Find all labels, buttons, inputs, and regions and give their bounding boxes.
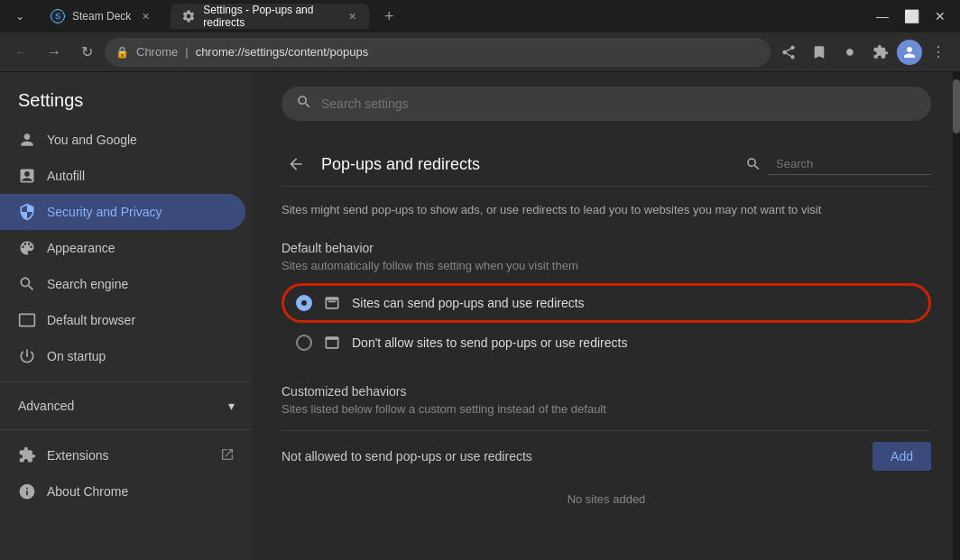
tab-steam-close[interactable]: ✕ xyxy=(138,9,152,23)
page-search-input[interactable] xyxy=(769,153,931,175)
close-button[interactable]: ✕ xyxy=(928,4,953,29)
browser-window: ⌄ S Steam Deck ✕ Settings - Pop-ups and … xyxy=(0,0,960,560)
page-description: Sites might send pop-ups to show ads, or… xyxy=(282,187,931,226)
radio-allow-label: Sites can send pop-ups and use redirects xyxy=(352,296,585,310)
sidebar-advanced-section[interactable]: Advanced ▾ xyxy=(0,390,253,422)
share-button[interactable] xyxy=(774,38,803,67)
address-bar[interactable]: 🔒 Chrome | chrome://settings/content/pop… xyxy=(105,38,771,67)
tab-settings-close[interactable]: ✕ xyxy=(346,9,358,23)
page-header: Pop-ups and redirects xyxy=(282,135,931,187)
sidebar-item-on-startup-label: On startup xyxy=(47,349,106,363)
default-behavior-sublabel: Sites automatically follow this setting … xyxy=(282,259,931,283)
page-search-area xyxy=(745,153,931,175)
autofill-icon xyxy=(18,167,36,185)
customized-behaviors-section: Customized behaviors Sites listed below … xyxy=(282,384,931,517)
address-separator: | xyxy=(185,45,188,59)
sidebar-about-chrome-label: About Chrome xyxy=(47,484,128,499)
toolbar-actions: ● ⋮ xyxy=(774,38,953,67)
sidebar-item-default-browser[interactable]: Default browser xyxy=(0,302,245,338)
security-privacy-icon xyxy=(18,203,36,221)
page-title: Pop-ups and redirects xyxy=(321,155,734,174)
main-content: Settings You and Google Autofill Securit… xyxy=(0,72,960,560)
tab-steam-deck[interactable]: S Steam Deck ✕ xyxy=(40,4,163,29)
about-chrome-icon xyxy=(18,482,36,500)
bookmark-button[interactable] xyxy=(805,38,834,67)
sidebar-item-default-browser-label: Default browser xyxy=(47,313,135,327)
page-search-icon xyxy=(745,156,762,172)
sidebar-item-security-privacy-label: Security and Privacy xyxy=(47,205,162,219)
sidebar-item-appearance-label: Appearance xyxy=(47,241,115,255)
radio-block-label: Don't allow sites to send pop-ups or use… xyxy=(352,335,627,350)
default-behavior-label: Default behavior xyxy=(282,226,931,259)
sidebar-extensions-label: Extensions xyxy=(47,448,108,463)
sidebar-item-you-google[interactable]: You and Google xyxy=(0,122,245,158)
settings-search-input[interactable] xyxy=(321,96,917,111)
sidebar-advanced-label: Advanced xyxy=(18,399,74,413)
reload-button[interactable]: ↻ xyxy=(72,38,101,67)
sidebar-item-search-engine-label: Search engine xyxy=(47,277,128,291)
profile-button[interactable] xyxy=(897,40,922,65)
radio-block-icon xyxy=(323,334,341,352)
scrollbar[interactable] xyxy=(953,72,960,560)
window-controls: — ⬜ ✕ xyxy=(870,4,953,29)
maximize-button[interactable]: ⬜ xyxy=(899,4,924,29)
sidebar-item-appearance[interactable]: Appearance xyxy=(0,230,245,266)
sidebar-divider-1 xyxy=(0,381,253,382)
url-text: chrome://settings/content/popups xyxy=(196,45,369,59)
sidebar: Settings You and Google Autofill Securit… xyxy=(0,72,253,560)
content-inner: Pop-ups and redirects Sites might send p… xyxy=(253,72,960,560)
settings-search-icon xyxy=(296,94,312,114)
extensions-external-icon xyxy=(220,447,235,464)
new-tab-button[interactable]: + xyxy=(376,4,402,29)
sidebar-item-autofill[interactable]: Autofill xyxy=(0,158,245,194)
sidebar-item-you-google-label: You and Google xyxy=(47,133,137,147)
extensions-sidebar-icon xyxy=(18,446,36,464)
sidebar-about-chrome-item[interactable]: About Chrome xyxy=(0,473,253,510)
settings-content: Pop-ups and redirects Sites might send p… xyxy=(253,72,960,560)
back-button[interactable]: ← xyxy=(7,38,36,67)
tab-steam-label: Steam Deck xyxy=(72,10,131,23)
sidebar-divider-2 xyxy=(0,429,253,430)
tab-dropdown-button[interactable]: ⌄ xyxy=(7,4,32,29)
extensions-button[interactable] xyxy=(866,38,895,67)
tab-settings-label: Settings - Pop-ups and redirects xyxy=(203,4,338,29)
site-label: Chrome xyxy=(136,45,178,59)
scrollbar-thumb[interactable] xyxy=(953,79,960,133)
radio-option-block[interactable]: Don't allow sites to send pop-ups or use… xyxy=(282,323,931,363)
settings-tab-icon xyxy=(181,9,196,23)
page-back-button[interactable] xyxy=(282,150,310,179)
steam-icon: S xyxy=(51,9,65,23)
minimize-button[interactable]: — xyxy=(870,4,895,29)
radio-allow-icon xyxy=(323,294,341,312)
tab-settings[interactable]: Settings - Pop-ups and redirects ✕ xyxy=(171,4,369,29)
not-allowed-label: Not allowed to send pop-ups or use redir… xyxy=(282,449,532,464)
sidebar-item-on-startup[interactable]: On startup xyxy=(0,338,245,374)
no-sites-text: No sites added xyxy=(282,482,931,517)
sidebar-extensions-item[interactable]: Extensions xyxy=(0,437,253,473)
security-icon: 🔒 xyxy=(115,46,129,59)
content-search xyxy=(282,72,931,135)
appearance-icon xyxy=(18,239,36,257)
sidebar-advanced-chevron: ▾ xyxy=(228,399,235,413)
search-engine-icon xyxy=(18,275,36,293)
radio-allow-circle xyxy=(296,295,312,311)
forward-button[interactable]: → xyxy=(40,38,69,67)
add-button[interactable]: Add xyxy=(872,442,931,471)
default-browser-icon xyxy=(18,311,36,329)
chrome-menu-button[interactable]: ⋮ xyxy=(924,38,953,67)
title-bar: ⌄ S Steam Deck ✕ Settings - Pop-ups and … xyxy=(0,0,960,32)
sidebar-item-search-engine[interactable]: Search engine xyxy=(0,266,245,302)
customized-behaviors-header: Customized behaviors xyxy=(282,384,931,402)
on-startup-icon xyxy=(18,347,36,365)
customized-behaviors-desc: Sites listed below follow a custom setti… xyxy=(282,402,931,430)
settings-search-box[interactable] xyxy=(282,87,931,121)
sidebar-title: Settings xyxy=(0,72,253,122)
radio-block-circle xyxy=(296,335,312,351)
sidebar-item-autofill-label: Autofill xyxy=(47,169,85,183)
radio-option-allow[interactable]: Sites can send pop-ups and use redirects xyxy=(282,283,931,323)
you-google-icon xyxy=(18,131,36,149)
chrome-extension-button[interactable]: ● xyxy=(835,38,864,67)
sidebar-item-security-privacy[interactable]: Security and Privacy xyxy=(0,194,245,230)
browser-toolbar: ← → ↻ 🔒 Chrome | chrome://settings/conte… xyxy=(0,32,960,72)
not-allowed-row: Not allowed to send pop-ups or use redir… xyxy=(282,430,931,482)
